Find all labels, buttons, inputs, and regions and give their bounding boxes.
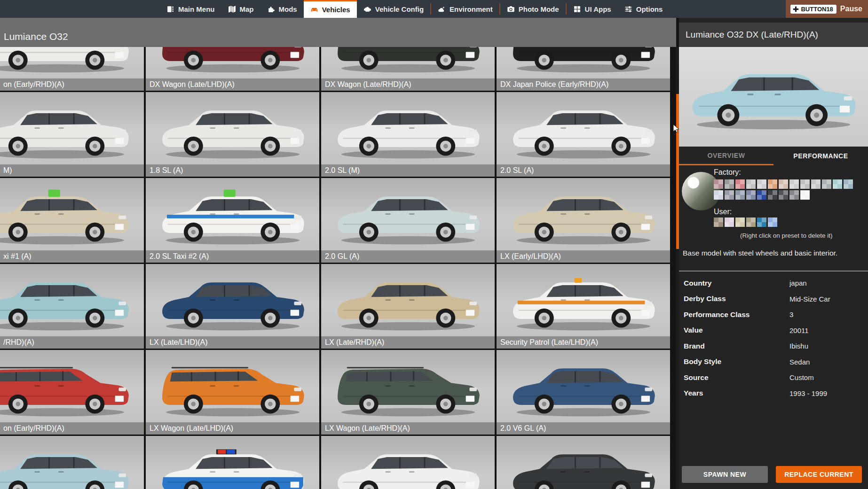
vehicle-thumbnail[interactable] [0, 264, 144, 336]
color-swatch[interactable] [822, 179, 831, 189]
vehicle-thumbnail[interactable] [497, 47, 670, 78]
spawn-new-button[interactable]: SPAWN NEW [682, 466, 768, 483]
vehicle-card[interactable]: on (Early/RHD)(A) [0, 47, 144, 91]
vehicle-card[interactable]: DX Wagon (Late/LHD)(A) [146, 47, 319, 91]
vehicle-card[interactable]: 2.0 SL (A) [497, 92, 670, 177]
vehicle-thumbnail[interactable] [497, 264, 670, 336]
vehicle-card[interactable]: 2.0 SL Taxi #2 (A) [146, 178, 319, 263]
nav-item-mods[interactable]: Mods [260, 0, 304, 18]
color-swatch[interactable] [757, 217, 766, 227]
vehicle-card[interactable]: 2.0 V6 GL (A) [497, 350, 670, 435]
vehicle-card[interactable] [497, 436, 670, 489]
vehicle-thumbnail[interactable] [146, 47, 319, 78]
vehicle-card[interactable]: LX Wagon (Late/RHD)(A) [321, 350, 495, 435]
vehicle-thumbnail[interactable] [321, 47, 495, 78]
color-swatch[interactable] [735, 190, 745, 200]
vehicle-thumbnail[interactable] [321, 350, 495, 422]
color-swatch[interactable] [844, 179, 853, 189]
vehicle-thumbnail[interactable] [146, 264, 319, 336]
vehicle-thumbnail[interactable] [0, 47, 144, 78]
vehicle-card[interactable]: 2.0 SL (M) [321, 92, 495, 177]
sliders-icon [624, 5, 632, 13]
panel-tabs: OVERVIEW PERFORMANCE [679, 147, 868, 165]
color-swatch[interactable] [789, 179, 799, 189]
vehicle-card[interactable]: xi #1 (A) [0, 178, 144, 263]
spec-value: Mid-Size Car [789, 295, 830, 303]
vehicle-thumbnail[interactable] [321, 264, 495, 336]
color-swatch[interactable] [779, 179, 788, 189]
nav-item-main-menu[interactable]: Main Menu [160, 0, 221, 18]
color-swatch[interactable] [757, 179, 766, 189]
color-swatch[interactable] [714, 217, 723, 227]
vehicle-thumbnail[interactable] [146, 350, 319, 422]
nav-item-map[interactable]: Map [221, 0, 260, 18]
tab-overview[interactable]: OVERVIEW [679, 147, 773, 165]
color-swatch[interactable] [779, 190, 788, 200]
vehicle-card[interactable]: M) [0, 92, 144, 177]
vehicle-thumbnail[interactable] [0, 436, 144, 489]
color-swatch[interactable] [746, 190, 756, 200]
color-swatch[interactable] [757, 190, 766, 200]
vehicle-thumbnail[interactable] [0, 178, 144, 250]
pause-control[interactable]: BUTTON18 Pause [786, 0, 868, 18]
vehicle-thumbnail[interactable] [146, 436, 319, 489]
vehicle-thumbnail[interactable] [0, 350, 144, 422]
vehicle-thumbnail[interactable] [497, 178, 670, 250]
vehicle-card[interactable]: Security Patrol (Late/LHD)(A) [497, 264, 670, 349]
vehicle-card[interactable] [0, 436, 144, 489]
tab-performance[interactable]: PERFORMANCE [773, 147, 868, 165]
dpad-icon [793, 6, 799, 12]
vehicle-thumbnail[interactable] [497, 436, 670, 489]
vehicle-card[interactable]: 2.0 GL (A) [321, 178, 495, 263]
nav-item-vehicles[interactable]: Vehicles [304, 0, 357, 18]
color-swatch[interactable] [725, 179, 734, 189]
color-swatch[interactable] [833, 179, 842, 189]
spec-label: Performance Class [679, 310, 789, 319]
vehicle-thumbnail[interactable] [146, 92, 319, 164]
vehicle-thumbnail[interactable] [497, 350, 670, 422]
vehicle-card[interactable]: LX (Late/RHD)(A) [321, 264, 495, 349]
vehicle-card[interactable] [321, 436, 495, 489]
color-swatch[interactable] [768, 179, 777, 189]
color-swatch[interactable] [746, 179, 756, 189]
vehicle-card[interactable]: on (Early/RHD)(A) [0, 350, 144, 435]
nav-item-options[interactable]: Options [618, 0, 670, 18]
color-swatch[interactable] [714, 179, 723, 189]
vehicle-card[interactable]: LX Wagon (Late/LHD)(A) [146, 350, 319, 435]
color-swatch[interactable] [746, 217, 756, 227]
vehicle-thumbnail[interactable] [321, 436, 495, 489]
vehicle-card[interactable] [146, 436, 319, 489]
color-swatch[interactable] [768, 190, 777, 200]
replace-current-button[interactable]: REPLACE CURRENT [776, 466, 862, 483]
vehicle-thumbnail[interactable] [321, 92, 495, 164]
vehicle-card[interactable]: LX (Late/LHD)(A) [146, 264, 319, 349]
vehicle-card[interactable]: LX (Early/LHD)(A) [497, 178, 670, 263]
color-swatch[interactable] [789, 190, 799, 200]
vehicle-card[interactable]: DX Wagon (Late/RHD)(A) [321, 47, 495, 91]
color-swatch[interactable] [714, 190, 723, 200]
vehicle-card[interactable]: /RHD)(A) [0, 264, 144, 349]
nav-item-photo-mode[interactable]: Photo Mode [500, 0, 566, 18]
color-swatch[interactable] [811, 179, 821, 189]
vehicle-thumbnail[interactable] [321, 178, 495, 250]
color-swatch[interactable] [735, 179, 745, 189]
vehicle-card-label: LX (Late/RHD)(A) [321, 336, 495, 349]
color-swatch[interactable] [725, 217, 734, 227]
color-swatch[interactable] [768, 217, 777, 227]
nav-item-vehicle-config[interactable]: Vehicle Config [357, 0, 430, 18]
vehicle-card[interactable]: DX Japan Police (Early/RHD)(A) [497, 47, 670, 91]
vehicle-thumbnail[interactable] [497, 92, 670, 164]
nav-item-environment[interactable]: Environment [431, 0, 499, 18]
vehicle-thumbnail[interactable] [0, 92, 144, 164]
vehicle-thumbnail[interactable] [146, 178, 319, 250]
vehicle-card-label: DX Japan Police (Early/RHD)(A) [497, 78, 670, 91]
color-swatch[interactable] [800, 190, 810, 200]
color-swatch[interactable] [735, 217, 745, 227]
nav-item-ui-apps[interactable]: UI Apps [567, 0, 618, 18]
color-swatch[interactable] [800, 179, 810, 189]
color-swatch[interactable] [725, 190, 734, 200]
main-menu-icon [166, 5, 174, 13]
vehicle-card[interactable]: 1.8 SL (A) [146, 92, 319, 177]
pause-label: Pause [840, 5, 862, 13]
vehicle-grid: on (Early/RHD)(A)DX Wagon (Late/LHD)(A)D… [0, 47, 676, 489]
